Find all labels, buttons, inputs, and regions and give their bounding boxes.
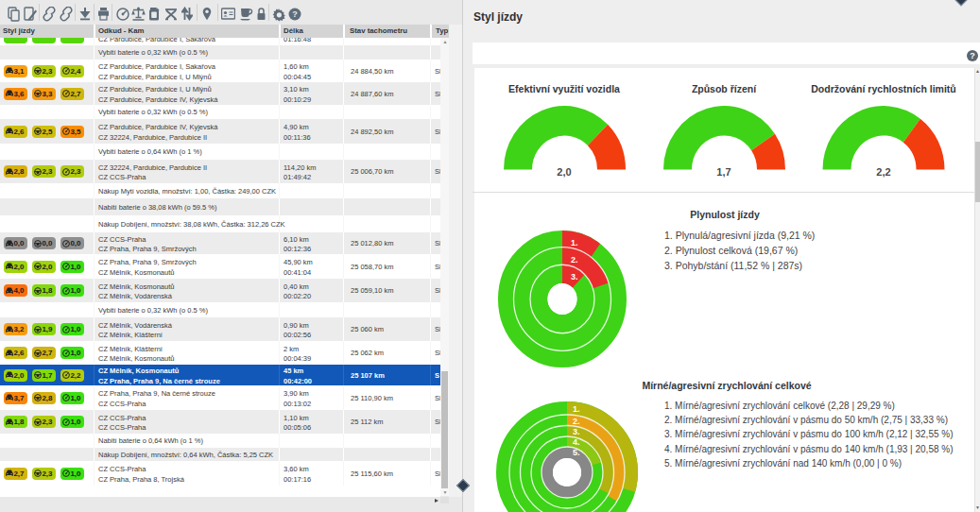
svg-text:?: ? — [292, 9, 298, 19]
